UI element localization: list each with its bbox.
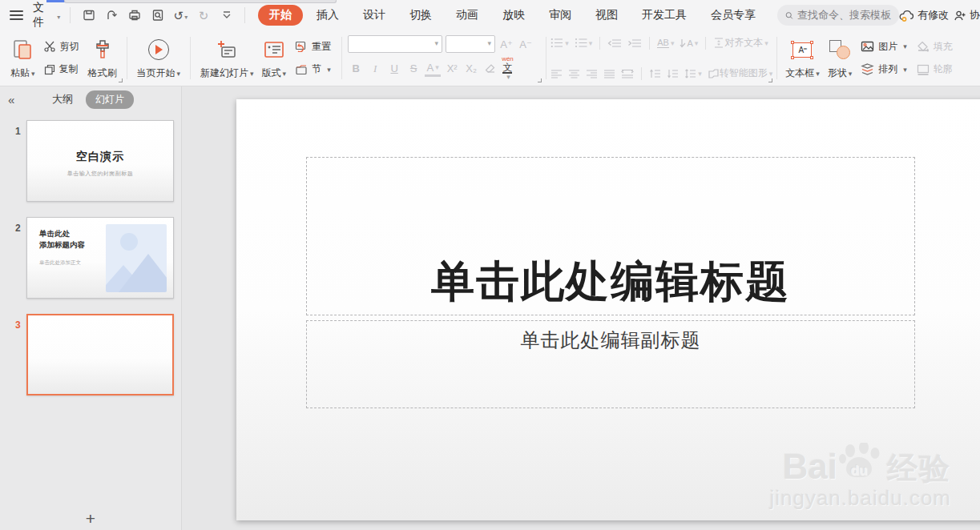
cut-copy-stack: 剪切 复制 bbox=[39, 34, 84, 82]
copy-button[interactable]: 复制 bbox=[41, 61, 83, 78]
underline-button[interactable]: U bbox=[386, 61, 402, 77]
fill-button[interactable]: 填充 bbox=[913, 38, 956, 55]
subtitle-placeholder[interactable]: 单击此处编辑副标题 bbox=[306, 320, 915, 408]
watermark-url: jingyan.baidu.com bbox=[769, 486, 951, 511]
pinyin-guide-button[interactable]: wén 文 bbox=[502, 56, 514, 81]
tab-outline[interactable]: 大纲 bbox=[47, 90, 78, 108]
collaborate-button[interactable]: 协 bbox=[954, 8, 980, 22]
decrease-font-button[interactable]: A⁻ bbox=[518, 36, 534, 52]
layout-button[interactable]: 版式 bbox=[258, 34, 291, 82]
play-from-current-button[interactable]: 当页开始 bbox=[133, 34, 185, 82]
tab-devtools[interactable]: 开发工具 bbox=[631, 6, 697, 25]
align-left-button[interactable] bbox=[550, 69, 563, 78]
tab-view[interactable]: 视图 bbox=[585, 6, 628, 25]
paste-button[interactable]: 粘贴 bbox=[6, 34, 39, 82]
line-spacing-down-button[interactable] bbox=[667, 69, 679, 78]
sun-icon bbox=[120, 233, 138, 251]
bullets-button[interactable] bbox=[550, 38, 569, 48]
save-icon bbox=[83, 9, 95, 22]
print-preview-button[interactable] bbox=[147, 6, 167, 25]
tab-insert[interactable]: 插入 bbox=[306, 6, 349, 25]
fill-label: 填充 bbox=[934, 40, 953, 54]
slide-thumbnail-2[interactable]: 单击此处 添加标题内容 单击此处添加正文 bbox=[26, 217, 174, 299]
justify-button[interactable] bbox=[603, 69, 615, 78]
customize-toolbar-button[interactable] bbox=[216, 6, 236, 25]
search-input[interactable]: 查找命令、搜索模板 bbox=[777, 5, 899, 26]
bold-button[interactable]: B bbox=[348, 61, 364, 77]
reset-button[interactable]: 重置 bbox=[292, 38, 334, 55]
fill-icon bbox=[917, 41, 930, 52]
insert-group: 文本框 形状 图片 排列 bbox=[780, 32, 959, 84]
decrease-indent-button[interactable] bbox=[607, 38, 622, 48]
font-name-select[interactable] bbox=[348, 35, 442, 53]
save-button[interactable] bbox=[79, 6, 99, 25]
divider bbox=[705, 37, 706, 50]
redo-button[interactable] bbox=[194, 6, 214, 25]
line-spacing-button[interactable] bbox=[684, 69, 702, 78]
section-button[interactable]: 节 bbox=[292, 61, 334, 78]
italic-button[interactable]: I bbox=[367, 61, 383, 77]
tab-design[interactable]: 设计 bbox=[353, 6, 396, 25]
print-button[interactable] bbox=[125, 6, 145, 25]
shapes-button[interactable]: 形状 bbox=[824, 34, 857, 82]
slides-group: 新建幻灯片 版式 重置 bbox=[193, 32, 339, 84]
cut-button[interactable]: 剪切 bbox=[41, 38, 83, 55]
chevron-down-icon bbox=[222, 11, 232, 19]
align-text-button[interactable]: 对齐文本 bbox=[713, 36, 768, 50]
font-color-button[interactable]: A bbox=[425, 61, 441, 77]
smart-graphic-button[interactable]: 转智能图形 bbox=[708, 66, 773, 80]
font-size-select[interactable] bbox=[446, 35, 495, 53]
arrange-button[interactable]: 排列 bbox=[857, 61, 910, 78]
modified-label: 有修改 bbox=[917, 8, 949, 22]
strikethrough-button[interactable]: S bbox=[405, 61, 421, 77]
clear-format-button[interactable] bbox=[482, 61, 498, 77]
tab-member[interactable]: 会员专享 bbox=[700, 6, 766, 25]
cloud-status-button[interactable]: 有修改 bbox=[899, 8, 949, 22]
numbering-button[interactable] bbox=[575, 38, 593, 48]
tab-animations[interactable]: 动画 bbox=[446, 6, 489, 25]
smart-graphic-icon bbox=[708, 68, 720, 78]
increase-indent-button[interactable] bbox=[627, 38, 642, 48]
picture-button[interactable]: 图片 bbox=[857, 38, 910, 55]
new-slide-label: 新建幻灯片 bbox=[200, 66, 248, 80]
distribute-button[interactable] bbox=[621, 69, 634, 78]
text-box-button[interactable]: 文本框 bbox=[781, 34, 824, 82]
slide-canvas[interactable]: 单击此处编辑标题 单击此处编辑副标题 Bai du 经验 jingyan.bai… bbox=[236, 99, 980, 520]
cloud-sync-icon bbox=[899, 10, 914, 22]
superscript-button[interactable]: X² bbox=[444, 61, 460, 77]
undo-button[interactable] bbox=[171, 6, 191, 25]
tab-slideshow[interactable]: 放映 bbox=[492, 6, 535, 25]
collapse-panel-button[interactable]: « bbox=[8, 93, 27, 106]
paw-icon: du bbox=[839, 443, 881, 483]
tab-transitions[interactable]: 切换 bbox=[399, 6, 442, 25]
align-right-button[interactable] bbox=[586, 69, 598, 78]
expand-group-icon[interactable] bbox=[768, 78, 772, 82]
divider bbox=[70, 7, 71, 23]
title-placeholder[interactable]: 单击此处编辑标题 bbox=[306, 157, 915, 315]
format-painter-button[interactable]: 格式刷 bbox=[84, 34, 121, 82]
line-spacing-up-button[interactable] bbox=[649, 69, 661, 78]
undo-icon bbox=[174, 10, 184, 22]
file-menu-button[interactable]: 文件 bbox=[30, 0, 63, 33]
subscript-button[interactable]: X₂ bbox=[463, 61, 479, 77]
align-center-button[interactable] bbox=[568, 69, 580, 78]
export-button[interactable] bbox=[102, 6, 122, 25]
slide-thumbnail-3-selected[interactable] bbox=[26, 314, 174, 395]
tab-review[interactable]: 审阅 bbox=[538, 6, 582, 25]
window-tab-remnant bbox=[64, 0, 337, 3]
add-slide-button[interactable]: + bbox=[0, 509, 181, 528]
slide-thumbnail-1[interactable]: 空白演示 单击输入您的封面副标题 bbox=[26, 120, 174, 202]
char-spacing-button[interactable]: AB bbox=[657, 38, 674, 48]
main-menu-icon[interactable] bbox=[10, 10, 23, 20]
search-icon bbox=[785, 10, 793, 21]
align-center-icon bbox=[568, 69, 580, 78]
increase-font-button[interactable]: A⁺ bbox=[498, 36, 514, 52]
text-direction-button[interactable]: A bbox=[680, 38, 698, 48]
tab-home[interactable]: 开始 bbox=[258, 5, 303, 26]
tab-slides[interactable]: 幻灯片 bbox=[86, 90, 134, 109]
new-slide-button[interactable]: 新建幻灯片 bbox=[196, 34, 258, 82]
increase-indent-icon bbox=[627, 38, 642, 48]
expand-group-icon[interactable] bbox=[119, 78, 123, 82]
expand-group-icon[interactable] bbox=[538, 78, 542, 82]
outline-button[interactable]: 轮廓 bbox=[913, 61, 956, 78]
